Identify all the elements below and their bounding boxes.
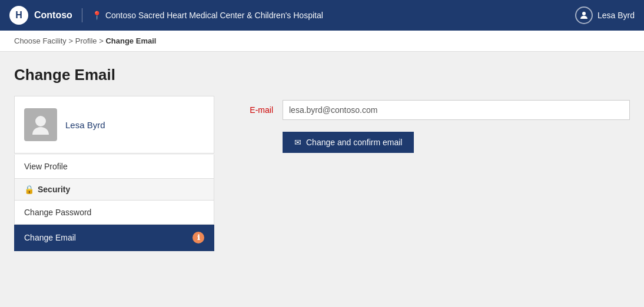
email-form-row: E-mail [238,100,630,120]
email-label: E-mail [238,105,273,115]
lock-icon: 🔒 [24,185,34,194]
security-label: Security [38,185,70,194]
profile-user-name: Lesa Byrd [65,120,105,130]
info-icon: ℹ [192,232,204,243]
sidebar-section-security: 🔒 Security [14,179,214,201]
change-password-label: Change Password [24,208,91,217]
page-title: Change Email [14,66,214,84]
page-wrapper: Change Email Lesa Byrd View Profile 🔒 Se… [0,52,644,307]
user-name-label: Lesa Byrd [597,11,635,20]
change-email-label: Change Email [24,233,76,242]
header-logo: H [9,6,28,25]
breadcrumb-sep1: > [69,36,75,45]
user-avatar-icon [575,6,593,24]
sidebar: Change Email Lesa Byrd View Profile 🔒 Se… [14,66,214,251]
avatar [24,108,57,141]
facility-pin-icon: 📍 [92,11,102,20]
facility-info: 📍 Contoso Sacred Heart Medical Center & … [92,11,575,20]
breadcrumb-profile[interactable]: Profile [75,36,97,45]
breadcrumb-choose-facility[interactable]: Choose Facility [14,36,67,45]
sidebar-item-view-profile[interactable]: View Profile [14,155,214,179]
header-divider [82,8,82,22]
svg-point-1 [35,116,46,126]
main-container: Change Email Lesa Byrd View Profile 🔒 Se… [0,52,644,265]
profile-card: Lesa Byrd [14,96,214,154]
email-input[interactable] [283,100,630,120]
breadcrumb-sep2: > [99,36,105,45]
email-button-icon: ✉ [294,138,301,147]
sidebar-item-change-email[interactable]: Change Email ℹ [14,225,214,251]
change-confirm-email-label: Change and confirm email [306,138,402,147]
breadcrumb-current: Change Email [105,36,156,45]
svg-point-0 [582,12,586,15]
app-header: H Contoso 📍 Contoso Sacred Heart Medical… [0,0,644,31]
submit-row: ✉ Change and confirm email [238,132,630,153]
brand-name: Contoso [34,10,72,21]
user-menu[interactable]: Lesa Byrd [575,6,635,24]
sidebar-item-change-password[interactable]: Change Password [14,201,214,225]
view-profile-label: View Profile [24,162,68,171]
change-confirm-email-button[interactable]: ✉ Change and confirm email [283,132,414,153]
breadcrumb: Choose Facility > Profile > Change Email [0,31,644,52]
facility-name: Contoso Sacred Heart Medical Center & Ch… [105,11,323,20]
form-container: E-mail ✉ Change and confirm email [238,100,630,153]
content-area: E-mail ✉ Change and confirm email [238,66,630,251]
